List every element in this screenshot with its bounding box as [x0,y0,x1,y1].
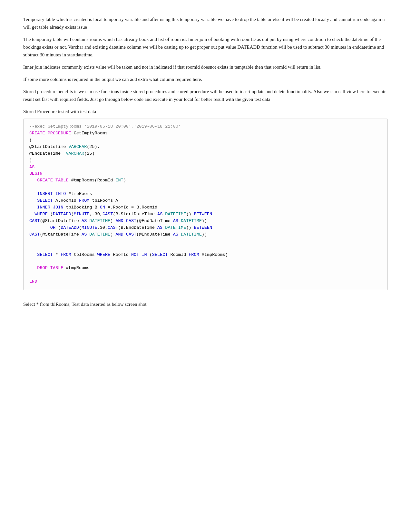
paragraph-3: Inner join indicates commonly exists val… [23,63,388,71]
code-block: --exec GetEmptyRooms '2019-06-18 20:00',… [23,119,388,290]
paragraph-1: Temporary table which is created is loca… [23,15,388,31]
paragraph-2: The temporary table will contains rooms … [23,35,388,59]
footer-text: Select * from tblRooms, Test data insert… [23,300,388,308]
code-label: Stored Procedure tested with test data [23,108,388,115]
paragraph-5: Stored procedure benefits is we can use … [23,88,388,103]
paragraph-4: If some more columns is required in the … [23,75,388,83]
